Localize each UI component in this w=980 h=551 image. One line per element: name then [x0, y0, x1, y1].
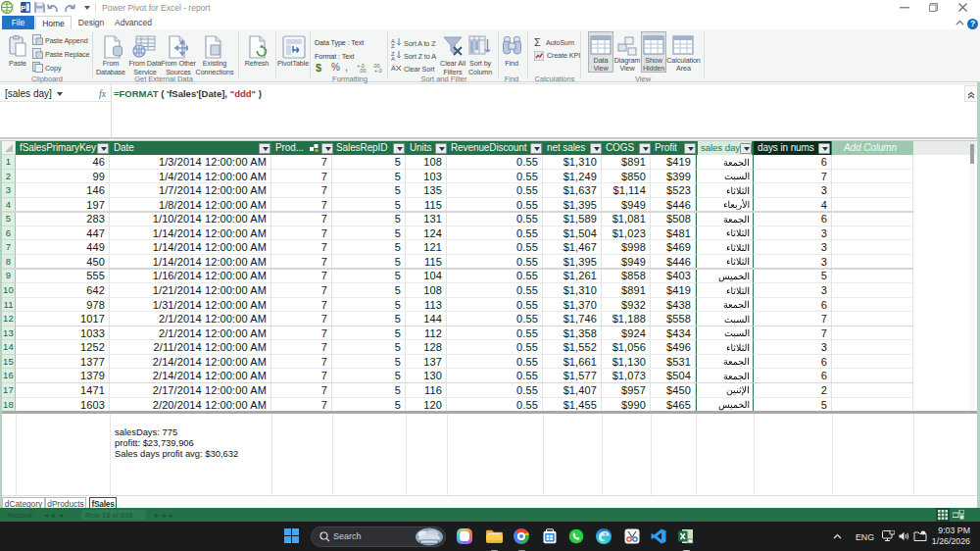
svg-text:A: A	[391, 56, 395, 61]
svg-text:.00: .00	[359, 68, 367, 73]
svg-text:P: P	[21, 4, 26, 13]
svg-text:A: A	[391, 65, 396, 72]
svg-text:Z: Z	[391, 43, 395, 48]
svg-text:+.0: +.0	[374, 68, 382, 73]
